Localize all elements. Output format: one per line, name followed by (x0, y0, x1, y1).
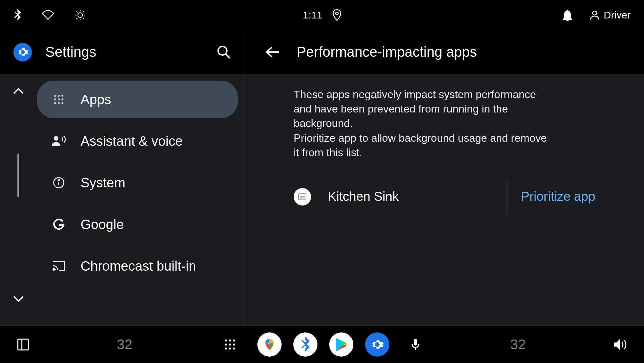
svg-point-6 (61, 95, 63, 97)
description-text: These apps negatively impact system perf… (294, 81, 549, 173)
svg-point-10 (54, 102, 56, 104)
cast-icon (50, 261, 67, 271)
app-info-button[interactable]: Kitchen Sink (294, 188, 494, 206)
svg-rect-19 (300, 196, 305, 198)
svg-point-12 (61, 102, 63, 104)
svg-point-2 (593, 11, 597, 15)
sidebar-item-apps[interactable]: Apps (37, 81, 238, 118)
user-profile-button[interactable]: Driver (590, 9, 631, 21)
bluetooth-app-icon[interactable] (293, 332, 317, 357)
svg-point-29 (229, 348, 231, 350)
scroll-up-icon[interactable] (12, 87, 24, 95)
svg-point-9 (61, 98, 63, 100)
divider (507, 180, 507, 214)
page-title: Performance-impacting apps (297, 44, 477, 60)
maps-app-icon[interactable] (257, 332, 282, 357)
sidebar-item-label: Google (81, 217, 124, 232)
svg-point-4 (54, 95, 56, 97)
svg-point-25 (225, 344, 227, 346)
temp-left[interactable]: 32 (117, 336, 133, 353)
svg-point-24 (233, 339, 235, 342)
grid-icon (50, 94, 67, 105)
sidebar-scrollbar[interactable] (17, 153, 19, 197)
brightness-icon[interactable] (75, 9, 86, 21)
svg-point-11 (58, 102, 60, 104)
app-row: Kitchen Sink Prioritize app (294, 173, 595, 220)
svg-point-22 (225, 339, 227, 342)
sidebar-item-label: System (81, 175, 125, 190)
sidebar-item-google[interactable]: Google (37, 206, 238, 243)
sidebar-item-label: Assistant & voice (81, 134, 183, 149)
google-g-icon (50, 218, 67, 230)
svg-point-13 (54, 136, 58, 141)
content-pane: Performance-impacting apps These apps ne… (245, 30, 644, 326)
svg-point-30 (233, 348, 235, 350)
svg-rect-20 (18, 339, 29, 350)
svg-point-16 (58, 179, 59, 181)
voice-person-icon (50, 135, 67, 147)
info-icon (50, 177, 67, 189)
sidebar: Settings (0, 30, 245, 326)
volume-icon[interactable] (613, 338, 627, 351)
layout-icon[interactable] (17, 338, 30, 351)
svg-point-17 (53, 269, 54, 270)
svg-point-3 (218, 46, 227, 55)
settings-app-dock-icon[interactable] (365, 332, 389, 357)
status-bar: 1:11 Driver (0, 0, 644, 30)
svg-point-7 (54, 98, 56, 100)
sidebar-title: Settings (45, 44, 203, 60)
temp-right[interactable]: 32 (510, 336, 526, 353)
sidebar-item-label: Apps (81, 92, 111, 107)
back-button[interactable] (265, 46, 280, 58)
svg-point-28 (225, 348, 227, 350)
app-dock (224, 332, 420, 357)
sidebar-item-label: Chromecast built-in (81, 259, 196, 274)
prioritize-app-button[interactable]: Prioritize app (521, 189, 595, 204)
app-name: Kitchen Sink (328, 189, 399, 204)
svg-point-1 (336, 12, 338, 15)
sidebar-item-chromecast[interactable]: Chromecast built-in (37, 247, 238, 285)
scroll-down-icon[interactable] (12, 295, 24, 303)
bottom-bar: 32 32 (0, 326, 644, 363)
svg-point-26 (229, 344, 231, 346)
location-icon[interactable] (333, 9, 341, 21)
settings-app-icon (13, 43, 32, 61)
play-store-app-icon[interactable] (329, 332, 353, 357)
kitchen-sink-app-icon (294, 188, 311, 206)
search-button[interactable] (216, 45, 231, 59)
svg-point-27 (233, 344, 235, 346)
sidebar-item-assistant[interactable]: Assistant & voice (37, 122, 238, 160)
svg-rect-32 (414, 339, 417, 346)
svg-point-8 (58, 98, 60, 100)
svg-point-0 (78, 13, 83, 17)
svg-point-5 (58, 95, 60, 97)
mic-icon[interactable] (411, 338, 420, 351)
notification-bell-icon[interactable] (562, 9, 573, 21)
sidebar-item-system[interactable]: System (37, 164, 238, 201)
wifi-icon[interactable] (42, 10, 54, 20)
app-grid-icon[interactable] (224, 339, 236, 350)
clock-time: 1:11 (303, 9, 322, 21)
svg-point-23 (229, 339, 231, 342)
user-label: Driver (604, 9, 631, 21)
bluetooth-icon[interactable] (13, 9, 21, 21)
